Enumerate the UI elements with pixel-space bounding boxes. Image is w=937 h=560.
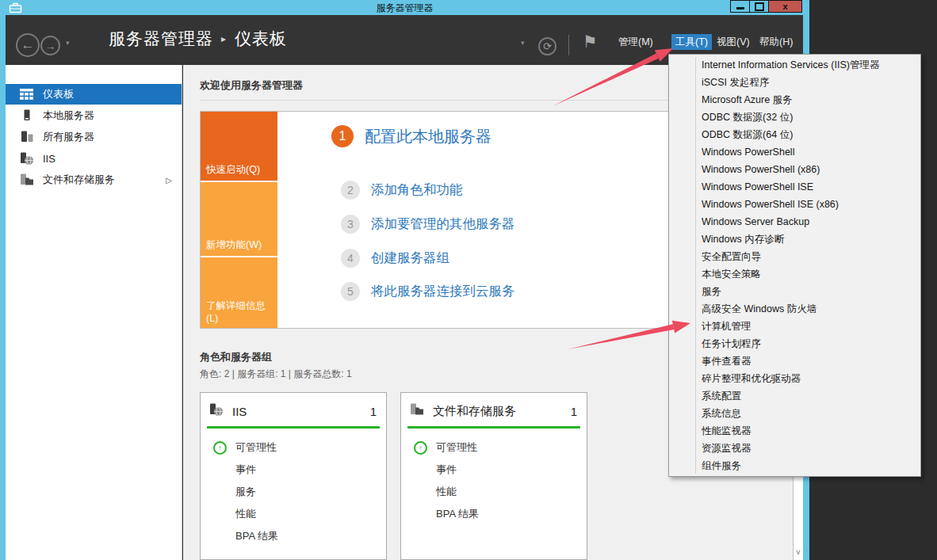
sidebar-item[interactable]: 所有服务器 (6, 127, 182, 147)
breadcrumb-separator-icon: ▸ (221, 33, 227, 44)
quick-start-tab[interactable]: 新增功能(W) (201, 182, 277, 256)
minimize-button[interactable] (730, 0, 750, 13)
role-card-row-label[interactable]: 性能 (436, 485, 457, 499)
tools-menu-item[interactable]: 高级安全 Windows 防火墙 (669, 300, 920, 318)
row-spacer (213, 508, 227, 521)
step-number-badge: 4 (341, 249, 360, 268)
role-card-row[interactable]: ↑可管理性 (213, 436, 386, 459)
quick-start-tab[interactable]: 了解详细信息(L) (201, 257, 277, 328)
tools-menu-item[interactable]: 事件查看器 (669, 352, 920, 370)
role-card-row[interactable]: ↑可管理性 (414, 436, 587, 459)
tools-menu-item[interactable]: 系统信息 (669, 405, 920, 422)
sidebar-item[interactable]: 文件和存储服务▷ (6, 170, 182, 190)
role-card: IIS1↑可管理性事件服务性能BPA 结果 (200, 392, 387, 560)
role-card-row[interactable]: 事件 (414, 459, 587, 481)
quick-start-step[interactable]: 4创建服务器组 (341, 249, 449, 268)
role-card-row-label[interactable]: 可管理性 (235, 440, 277, 455)
tools-menu-item[interactable]: 服务 (669, 283, 920, 300)
scroll-down-icon[interactable]: ˅ (794, 547, 803, 558)
tools-menu-item[interactable]: Windows PowerShell (x86) (669, 161, 920, 178)
tools-menu-item[interactable]: 任务计划程序 (669, 335, 920, 352)
step-link[interactable]: 添加要管理的其他服务器 (371, 215, 515, 233)
role-card-row[interactable]: 服务 (213, 481, 386, 503)
role-card-row-label[interactable]: 服务 (235, 485, 256, 499)
quick-start-tabs: 快速启动(Q)新增功能(W)了解详细信息(L) (201, 112, 277, 328)
maximize-button[interactable] (749, 0, 769, 13)
menubar-view[interactable]: 视图(V) (717, 34, 750, 50)
sidebar-item-label: 所有服务器 (43, 130, 94, 144)
role-card-title: 文件和存储服务 (433, 404, 516, 419)
tools-menu-item[interactable]: Windows PowerShell ISE (x86) (669, 196, 920, 213)
quick-start-step[interactable]: 1配置此本地服务器 (331, 125, 491, 147)
tools-menu-item[interactable]: 本地安全策略 (669, 265, 920, 283)
nav-divider (568, 35, 569, 55)
tools-menu-item[interactable]: 计算机管理 (669, 318, 920, 335)
quick-start-panel: 快速启动(Q)新增功能(W)了解详细信息(L) 1配置此本地服务器2添加角色和功… (200, 111, 679, 329)
breadcrumb-current[interactable]: 仪表板 (235, 28, 287, 50)
tools-menu-item[interactable]: Windows Server Backup (669, 213, 920, 230)
menubar-manage[interactable]: 管理(M) (618, 34, 653, 50)
storage-icon (19, 173, 34, 187)
breadcrumb-root[interactable]: 服务器管理器 (109, 28, 213, 50)
dashboard-grid-icon (19, 89, 34, 100)
refresh-button[interactable]: ⟳ (538, 37, 556, 55)
tools-menu-item[interactable]: Microsoft Azure 服务 (669, 91, 920, 109)
role-card-row[interactable]: BPA 结果 (414, 503, 587, 525)
chevron-right-icon[interactable]: ▷ (166, 176, 172, 185)
role-card-row-label[interactable]: 可管理性 (436, 440, 477, 455)
step-link[interactable]: 添加角色和功能 (371, 181, 463, 199)
quick-start-tab-label: 快速启动(Q) (206, 163, 260, 177)
tools-menu-item[interactable]: 安全配置向导 (669, 248, 920, 265)
role-card-row-label[interactable]: 事件 (235, 463, 256, 477)
role-card-row-label[interactable]: BPA 结果 (436, 507, 479, 521)
tools-menu-item[interactable]: Windows PowerShell ISE (669, 178, 920, 196)
sidebar-item-label: 仪表板 (43, 87, 74, 101)
role-card-row[interactable]: 性能 (414, 481, 587, 503)
tools-menu-item[interactable]: 组件服务 (669, 457, 920, 474)
role-card: 文件和存储服务1↑可管理性事件性能BPA 结果 (400, 392, 587, 560)
menubar-tools[interactable]: 工具(T) (671, 34, 712, 50)
menubar-help[interactable]: 帮助(H) (759, 34, 793, 50)
tools-menu-item[interactable]: Windows PowerShell (669, 143, 920, 161)
step-link[interactable]: 将此服务器连接到云服务 (371, 283, 515, 300)
row-spacer (213, 463, 227, 477)
step-link[interactable]: 配置此本地服务器 (365, 126, 491, 147)
tools-menu-item[interactable]: Internet Information Services (IIS)管理器 (669, 56, 920, 74)
notifications-flag-icon[interactable]: ⚑ (583, 32, 598, 51)
address-caret-icon[interactable]: ▾ (521, 39, 525, 47)
tools-menu-item[interactable]: Windows 内存诊断 (669, 230, 920, 248)
tools-menu-item[interactable]: 碎片整理和优化驱动器 (669, 370, 920, 387)
quick-start-step[interactable]: 2添加角色和功能 (341, 181, 463, 200)
role-card-header[interactable]: 文件和存储服务1 (401, 393, 587, 419)
role-card-row-label[interactable]: BPA 结果 (235, 529, 278, 543)
step-link[interactable]: 创建服务器组 (371, 250, 449, 267)
role-card-row[interactable]: 事件 (213, 459, 386, 481)
role-card-row-label[interactable]: 性能 (235, 507, 256, 521)
step-number-badge: 1 (331, 125, 354, 147)
quick-start-step[interactable]: 5将此服务器连接到云服务 (341, 282, 515, 301)
quick-start-step[interactable]: 3添加要管理的其他服务器 (341, 215, 515, 234)
role-card-row[interactable]: BPA 结果 (213, 525, 386, 547)
quick-start-tab[interactable]: 快速启动(Q) (201, 112, 277, 181)
titlebar: 服务器管理器 x (0, 0, 809, 15)
forward-button[interactable]: → (40, 36, 60, 55)
row-spacer (414, 486, 427, 499)
back-button[interactable]: ← (16, 33, 40, 57)
tools-menu-item[interactable]: 性能监视器 (669, 422, 920, 440)
sidebar-item[interactable]: IIS (6, 148, 182, 169)
quick-start-tab-label: 了解详细信息(L) (206, 299, 277, 324)
history-caret-icon[interactable]: ▾ (66, 39, 70, 47)
sidebar-item[interactable]: 本地服务器 (6, 105, 182, 126)
tools-menu-item[interactable]: 资源监视器 (669, 440, 920, 457)
tools-menu-item[interactable]: ODBC 数据源(32 位) (669, 109, 920, 126)
role-card-count: 1 (571, 405, 577, 418)
role-card-header[interactable]: IIS1 (201, 393, 386, 419)
role-card-row[interactable]: 性能 (213, 503, 386, 525)
close-button[interactable]: x (768, 0, 802, 13)
tools-menu-item[interactable]: iSCSI 发起程序 (669, 74, 920, 91)
breadcrumb: 服务器管理器 ▸ 仪表板 (109, 28, 287, 50)
role-card-row-label[interactable]: 事件 (436, 463, 457, 477)
sidebar-item[interactable]: 仪表板 (6, 84, 182, 105)
tools-menu-item[interactable]: 系统配置 (669, 387, 920, 405)
tools-menu-item[interactable]: ODBC 数据源(64 位) (669, 126, 920, 143)
